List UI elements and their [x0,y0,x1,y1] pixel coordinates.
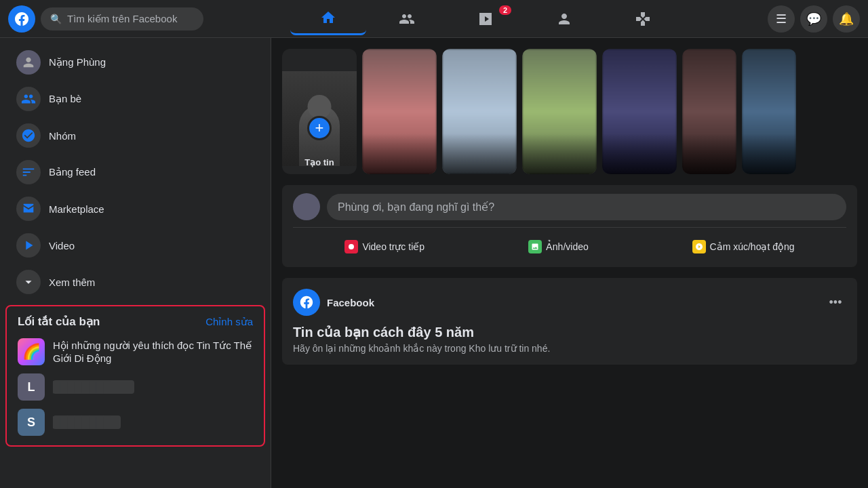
search-icon: 🔍 [50,14,62,24]
nhom-label: Nhóm [49,130,76,142]
search-placeholder-text: Tìm kiếm trên Facebook [67,13,177,25]
content-area: + Tạo tin [271,38,868,488]
stories-row: + Tạo tin [271,49,868,185]
shortcut-name-1: ████████ [53,380,134,394]
shortcut-header: Lối tắt của bạn Chỉnh sửa [12,312,258,334]
shortcut-item-2[interactable]: S ████████ [12,405,258,440]
memory-header: Facebook ••• [293,289,846,316]
memory-title: Tin của bạn cách đây 5 năm [293,324,846,340]
shortcut-icon-2: S [18,409,45,436]
story-gradient-4 [602,134,677,174]
search-bar[interactable]: 🔍 Tìm kiếm trên Facebook [41,7,203,30]
feeling-label: Cảm xúc/hoạt động [710,241,795,252]
shortcut-icon-0: 🌈 [18,338,45,365]
sidebar-item-bang-feed[interactable]: Bảng feed [5,155,265,190]
user-name: Nặng Phùng [49,56,106,68]
story-card-2[interactable] [442,49,517,174]
story-create[interactable]: + Tạo tin [282,49,357,174]
memory-fb-icon [293,289,320,316]
shortcut-icon-1: L [18,373,45,401]
marketplace-label: Marketplace [49,203,104,215]
nav-friends[interactable] [369,3,445,35]
composer-avatar [293,193,320,220]
memory-source: Facebook [327,297,818,308]
story-create-label: Tạo tin [282,157,357,167]
shortcut-name-2: ████████ [53,415,121,429]
xem-them-icon [16,270,41,294]
post-composer: Phùng ơi, bạn đang nghĩ gì thế? Video tr… [282,185,857,267]
sidebar-item-marketplace[interactable]: Marketplace [5,191,265,226]
composer-input[interactable]: Phùng ơi, bạn đang nghĩ gì thế? [327,194,846,220]
shortcut-item-0[interactable]: 🌈 Hội những người yêu thích đọc Tin Tức … [12,334,258,369]
svg-point-0 [349,244,354,249]
sidebar-item-ban-be[interactable]: Bạn bè [5,81,265,117]
watch-badge: 2 [499,5,511,15]
story-gradient-3 [522,134,597,174]
messenger-button[interactable]: 💬 [800,5,827,33]
story-gradient-6 [742,134,796,174]
story-plus-icon: + [307,116,332,140]
memory-desc: Hãy ôn lại những khoảnh khắc này trong K… [293,343,846,354]
feeling-icon [692,240,706,253]
bang-feed-label: Bảng feed [49,166,96,178]
photo-video-label: Ảnh/video [546,241,589,252]
nav-profile[interactable] [526,3,602,35]
video-icon [16,233,41,258]
composer-divider [293,227,846,228]
composer-action-video[interactable]: Video trực tiếp [336,235,433,259]
video-live-label: Video trực tiếp [362,241,425,252]
menu-button[interactable]: ☰ [768,5,795,33]
sidebar-item-nhom[interactable]: Nhóm [5,118,265,153]
story-card-5[interactable] [682,49,736,174]
composer-action-photo[interactable]: Ảnh/video [520,235,597,259]
story-card-6[interactable] [742,49,796,174]
shortcut-title: Lối tắt của bạn [18,314,100,329]
bang-feed-icon [16,160,41,184]
ban-be-icon [16,87,41,111]
xem-them-label: Xem thêm [49,277,95,288]
notifications-button[interactable]: 🔔 [833,5,860,33]
shortcut-section: Lối tắt của bạn Chỉnh sửa 🌈 Hội những ng… [5,305,265,447]
sidebar: Nặng Phùng Bạn bè Nhóm [0,38,271,488]
user-avatar [16,50,41,75]
memory-meta: Facebook [327,297,818,308]
story-gradient-1 [362,134,437,174]
story-card-4[interactable] [602,49,677,174]
story-card-3[interactable] [522,49,597,174]
shortcut-item-1[interactable]: L ████████ [12,369,258,405]
sidebar-item-video[interactable]: Video [5,228,265,263]
story-gradient-2 [442,134,517,174]
nav-center: 2 [209,3,762,35]
sidebar-user-profile[interactable]: Nặng Phùng [5,45,265,80]
composer-actions: Video trực tiếp Ảnh/video Cảm xúc/hoạt đ… [293,235,846,259]
memory-post: Facebook ••• Tin của bạn cách đây 5 năm … [282,278,857,365]
story-card-1[interactable] [362,49,437,174]
ban-be-label: Bạn bè [49,93,81,105]
video-live-icon [344,240,358,253]
nav-home[interactable] [290,3,366,35]
chinh-sua-button[interactable]: Chỉnh sửa [205,316,253,328]
story-gradient-5 [682,134,736,174]
sidebar-item-xem-them[interactable]: Xem thêm [5,264,265,300]
nhom-icon [16,123,41,148]
nav-gaming[interactable] [605,3,681,35]
fb-logo[interactable] [8,5,35,33]
topnav: 🔍 Tìm kiếm trên Facebook 2 [0,0,868,38]
composer-top: Phùng ơi, bạn đang nghĩ gì thế? [293,193,846,220]
photo-video-icon [528,240,542,253]
three-dots-menu[interactable]: ••• [825,291,846,313]
nav-right: ☰ 💬 🔔 [768,5,860,33]
nav-watch[interactable]: 2 [448,3,524,35]
main-layout: Nặng Phùng Bạn bè Nhóm [0,38,868,488]
marketplace-icon [16,197,41,221]
shortcut-name-0: Hội những người yêu thích đọc Tin Tức Th… [53,339,253,365]
video-label: Video [49,240,75,251]
composer-action-feeling[interactable]: Cảm xúc/hoạt động [684,235,803,259]
